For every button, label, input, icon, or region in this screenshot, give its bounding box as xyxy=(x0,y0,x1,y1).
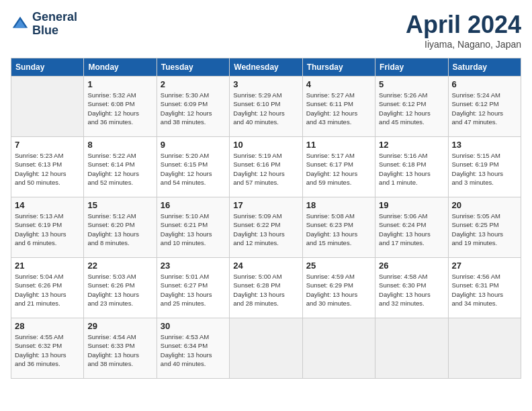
calendar-cell: 10Sunrise: 5:19 AMSunset: 6:16 PMDayligh… xyxy=(230,137,302,197)
day-number: 15 xyxy=(87,200,152,210)
title-block: April 2024 Iiyama, Nagano, Japan xyxy=(406,11,521,50)
calendar-cell: 12Sunrise: 5:16 AMSunset: 6:18 PMDayligh… xyxy=(375,137,448,197)
day-info: Sunrise: 5:09 AMSunset: 6:22 PMDaylight:… xyxy=(233,212,298,247)
day-info: Sunrise: 4:59 AMSunset: 6:29 PMDaylight:… xyxy=(306,272,371,308)
day-info: Sunrise: 5:05 AMSunset: 6:25 PMDaylight:… xyxy=(452,212,517,247)
day-info: Sunrise: 4:56 AMSunset: 6:31 PMDaylight:… xyxy=(452,272,517,308)
day-info: Sunrise: 5:06 AMSunset: 6:24 PMDaylight:… xyxy=(379,212,444,247)
calendar-cell xyxy=(448,318,521,379)
calendar-week-5: 28Sunrise: 4:55 AMSunset: 6:32 PMDayligh… xyxy=(11,318,521,379)
day-number: 4 xyxy=(306,79,371,89)
calendar-cell: 11Sunrise: 5:17 AMSunset: 6:17 PMDayligh… xyxy=(302,137,375,197)
weekday-header-saturday: Saturday xyxy=(448,58,521,77)
weekday-header-sunday: Sunday xyxy=(11,58,84,77)
calendar-cell xyxy=(230,318,302,379)
day-info: Sunrise: 5:03 AMSunset: 6:26 PMDaylight:… xyxy=(87,272,152,308)
logo-icon xyxy=(11,15,30,34)
calendar-cell: 5Sunrise: 5:26 AMSunset: 6:12 PMDaylight… xyxy=(375,77,448,137)
weekday-header-row: SundayMondayTuesdayWednesdayThursdayFrid… xyxy=(11,58,521,77)
calendar-cell: 26Sunrise: 4:58 AMSunset: 6:30 PMDayligh… xyxy=(375,258,448,318)
calendar-cell: 14Sunrise: 5:13 AMSunset: 6:19 PMDayligh… xyxy=(11,197,84,258)
day-number: 12 xyxy=(379,140,444,150)
day-number: 26 xyxy=(379,261,444,271)
day-number: 1 xyxy=(87,79,152,89)
day-number: 24 xyxy=(233,261,298,271)
day-info: Sunrise: 5:00 AMSunset: 6:28 PMDaylight:… xyxy=(233,272,298,308)
day-number: 18 xyxy=(306,200,371,210)
day-info: Sunrise: 5:10 AMSunset: 6:21 PMDaylight:… xyxy=(161,212,226,247)
calendar-cell: 1Sunrise: 5:32 AMSunset: 6:08 PMDaylight… xyxy=(84,77,157,137)
day-number: 8 xyxy=(87,140,152,150)
day-info: Sunrise: 4:54 AMSunset: 6:33 PMDaylight:… xyxy=(87,332,152,368)
calendar-cell xyxy=(375,318,448,379)
day-number: 13 xyxy=(452,140,517,150)
calendar-cell: 21Sunrise: 5:04 AMSunset: 6:26 PMDayligh… xyxy=(11,258,84,318)
calendar-cell: 29Sunrise: 4:54 AMSunset: 6:33 PMDayligh… xyxy=(84,318,157,379)
calendar-cell: 15Sunrise: 5:12 AMSunset: 6:20 PMDayligh… xyxy=(84,197,157,258)
day-info: Sunrise: 5:04 AMSunset: 6:26 PMDaylight:… xyxy=(15,272,80,308)
day-number: 14 xyxy=(15,200,80,210)
calendar-week-2: 7Sunrise: 5:23 AMSunset: 6:13 PMDaylight… xyxy=(11,137,521,197)
day-info: Sunrise: 4:58 AMSunset: 6:30 PMDaylight:… xyxy=(379,272,444,308)
calendar-cell: 8Sunrise: 5:22 AMSunset: 6:14 PMDaylight… xyxy=(84,137,157,197)
calendar-cell: 18Sunrise: 5:08 AMSunset: 6:23 PMDayligh… xyxy=(302,197,375,258)
calendar-cell: 24Sunrise: 5:00 AMSunset: 6:28 PMDayligh… xyxy=(230,258,302,318)
day-number: 3 xyxy=(233,79,298,89)
day-number: 7 xyxy=(15,140,80,150)
day-info: Sunrise: 5:23 AMSunset: 6:13 PMDaylight:… xyxy=(15,151,80,187)
calendar-table: SundayMondayTuesdayWednesdayThursdayFrid… xyxy=(11,58,521,379)
calendar-cell: 30Sunrise: 4:53 AMSunset: 6:34 PMDayligh… xyxy=(157,318,229,379)
day-info: Sunrise: 5:32 AMSunset: 6:08 PMDaylight:… xyxy=(87,91,152,126)
logo-text: General Blue xyxy=(32,11,77,38)
day-info: Sunrise: 5:01 AMSunset: 6:27 PMDaylight:… xyxy=(161,272,226,308)
calendar-cell: 9Sunrise: 5:20 AMSunset: 6:15 PMDaylight… xyxy=(157,137,229,197)
day-info: Sunrise: 5:15 AMSunset: 6:19 PMDaylight:… xyxy=(452,151,517,187)
calendar-cell: 25Sunrise: 4:59 AMSunset: 6:29 PMDayligh… xyxy=(302,258,375,318)
day-number: 23 xyxy=(161,261,226,271)
month-title: April 2024 xyxy=(406,11,521,39)
day-number: 20 xyxy=(452,200,517,210)
day-number: 11 xyxy=(306,140,371,150)
calendar-cell: 17Sunrise: 5:09 AMSunset: 6:22 PMDayligh… xyxy=(230,197,302,258)
weekday-header-monday: Monday xyxy=(84,58,157,77)
calendar-cell: 27Sunrise: 4:56 AMSunset: 6:31 PMDayligh… xyxy=(448,258,521,318)
weekday-header-tuesday: Tuesday xyxy=(157,58,229,77)
location: Iiyama, Nagano, Japan xyxy=(406,39,521,50)
page-header: General Blue April 2024 Iiyama, Nagano, … xyxy=(11,11,521,50)
calendar-cell: 13Sunrise: 5:15 AMSunset: 6:19 PMDayligh… xyxy=(448,137,521,197)
day-info: Sunrise: 5:20 AMSunset: 6:15 PMDaylight:… xyxy=(161,151,226,187)
day-number: 29 xyxy=(87,321,152,331)
calendar-cell: 3Sunrise: 5:29 AMSunset: 6:10 PMDaylight… xyxy=(230,77,302,137)
day-info: Sunrise: 5:17 AMSunset: 6:17 PMDaylight:… xyxy=(306,151,371,187)
weekday-header-thursday: Thursday xyxy=(302,58,375,77)
day-info: Sunrise: 5:30 AMSunset: 6:09 PMDaylight:… xyxy=(161,91,226,126)
day-info: Sunrise: 5:27 AMSunset: 6:11 PMDaylight:… xyxy=(306,91,371,126)
calendar-cell xyxy=(302,318,375,379)
day-number: 19 xyxy=(379,200,444,210)
calendar-week-3: 14Sunrise: 5:13 AMSunset: 6:19 PMDayligh… xyxy=(11,197,521,258)
day-number: 25 xyxy=(306,261,371,271)
calendar-week-4: 21Sunrise: 5:04 AMSunset: 6:26 PMDayligh… xyxy=(11,258,521,318)
day-number: 6 xyxy=(452,79,517,89)
weekday-header-wednesday: Wednesday xyxy=(230,58,302,77)
day-info: Sunrise: 5:22 AMSunset: 6:14 PMDaylight:… xyxy=(87,151,152,187)
calendar-cell: 22Sunrise: 5:03 AMSunset: 6:26 PMDayligh… xyxy=(84,258,157,318)
calendar-week-1: 1Sunrise: 5:32 AMSunset: 6:08 PMDaylight… xyxy=(11,77,521,137)
calendar-cell: 6Sunrise: 5:24 AMSunset: 6:12 PMDaylight… xyxy=(448,77,521,137)
day-number: 17 xyxy=(233,200,298,210)
day-number: 22 xyxy=(87,261,152,271)
logo: General Blue xyxy=(11,11,77,38)
day-info: Sunrise: 5:26 AMSunset: 6:12 PMDaylight:… xyxy=(379,91,444,126)
day-number: 21 xyxy=(15,261,80,271)
day-number: 9 xyxy=(161,140,226,150)
day-info: Sunrise: 4:53 AMSunset: 6:34 PMDaylight:… xyxy=(161,332,226,368)
calendar-cell xyxy=(11,77,84,137)
day-info: Sunrise: 4:55 AMSunset: 6:32 PMDaylight:… xyxy=(15,332,80,368)
day-info: Sunrise: 5:08 AMSunset: 6:23 PMDaylight:… xyxy=(306,212,371,247)
calendar-cell: 28Sunrise: 4:55 AMSunset: 6:32 PMDayligh… xyxy=(11,318,84,379)
day-info: Sunrise: 5:12 AMSunset: 6:20 PMDaylight:… xyxy=(87,212,152,247)
day-number: 30 xyxy=(161,321,226,331)
day-info: Sunrise: 5:16 AMSunset: 6:18 PMDaylight:… xyxy=(379,151,444,187)
day-info: Sunrise: 5:24 AMSunset: 6:12 PMDaylight:… xyxy=(452,91,517,126)
calendar-cell: 19Sunrise: 5:06 AMSunset: 6:24 PMDayligh… xyxy=(375,197,448,258)
